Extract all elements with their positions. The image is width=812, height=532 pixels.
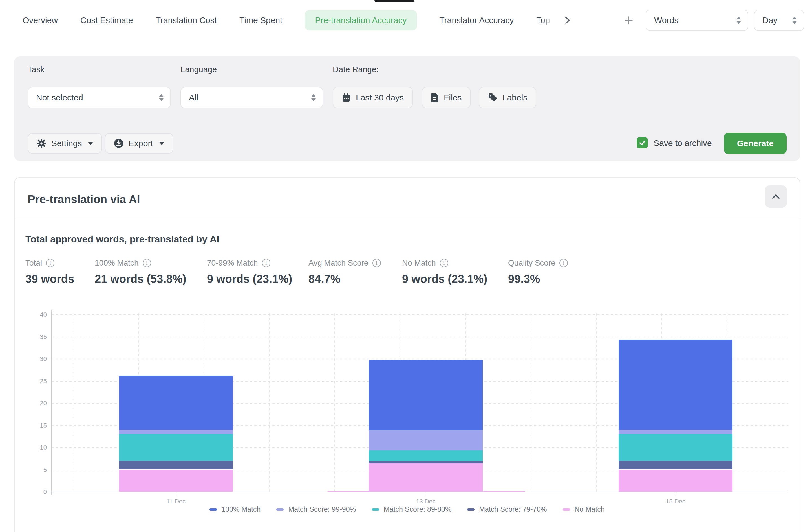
- legend-item-100-match[interactable]: 100% Match: [209, 505, 261, 513]
- v-gridline: [531, 311, 531, 492]
- settings-button[interactable]: Settings: [28, 133, 102, 154]
- x-axis-label: 15 Dec: [653, 498, 698, 505]
- bar-segment-match-score-89-80-[interactable]: [369, 450, 483, 461]
- date-range-button[interactable]: Last 30 days: [333, 87, 413, 108]
- bar-segment-100-match[interactable]: [619, 339, 733, 430]
- info-icon[interactable]: i: [373, 259, 381, 267]
- y-axis-label: 15: [30, 422, 47, 429]
- select-arrows-icon: [737, 17, 741, 24]
- chevron-right-icon[interactable]: [564, 16, 571, 24]
- select-arrows-icon: [311, 94, 316, 101]
- download-icon: [114, 139, 124, 148]
- labels-button[interactable]: Labels: [479, 87, 536, 108]
- tab-translation-cost[interactable]: Translation Cost: [156, 15, 217, 25]
- language-select-value: All: [189, 93, 306, 102]
- stat-total: Totali39 words: [25, 258, 74, 285]
- bar-segment-match-score-79-70-[interactable]: [619, 461, 733, 470]
- calendar-icon: [342, 93, 351, 102]
- y-axis-label: 25: [30, 378, 47, 385]
- v-gridline: [269, 311, 270, 492]
- chart-legend: 100% MatchMatch Score: 99-90%Match Score…: [15, 505, 800, 513]
- stat-label-text: 70-99% Match: [207, 258, 258, 268]
- unit-select[interactable]: Words: [646, 10, 748, 31]
- bar-segment-match-score-99-90-[interactable]: [119, 430, 233, 434]
- stat-label-text: Quality Score: [508, 258, 555, 268]
- bar-segment-match-score-99-90-[interactable]: [619, 430, 733, 434]
- x-axis-label: 13 Dec: [403, 498, 448, 505]
- language-label: Language: [180, 65, 217, 74]
- bar-segment-match-score-79-70-[interactable]: [119, 461, 233, 470]
- info-icon[interactable]: i: [143, 259, 151, 267]
- date-range-label: Date Range:: [333, 65, 379, 74]
- legend-item-no-match[interactable]: No Match: [563, 505, 605, 513]
- info-icon[interactable]: i: [46, 259, 54, 267]
- x-axis-tick: [426, 492, 426, 495]
- settings-button-label: Settings: [51, 139, 82, 148]
- stat-label-text: 100% Match: [95, 258, 139, 268]
- bar-segment-no-match[interactable]: [119, 470, 233, 492]
- h-gridline: [51, 337, 788, 337]
- date-range-value: Last 30 days: [356, 93, 404, 102]
- bar-segment-match-score-79-70-[interactable]: [369, 461, 483, 463]
- task-select[interactable]: Not selected: [28, 87, 171, 108]
- files-button[interactable]: Files: [422, 87, 470, 108]
- stat-value: 99.3%: [508, 272, 568, 285]
- files-button-label: Files: [444, 93, 462, 102]
- v-gridline: [334, 311, 335, 492]
- save-to-archive-checkbox[interactable]: [637, 137, 648, 149]
- legend-item-match-score-79-70-[interactable]: Match Score: 79-70%: [467, 505, 547, 513]
- tab-time-spent[interactable]: Time Spent: [240, 15, 282, 25]
- report-tabs: OverviewCost EstimateTranslation CostTim…: [23, 9, 804, 32]
- collapse-button[interactable]: [765, 185, 787, 208]
- export-button[interactable]: Export: [105, 133, 173, 154]
- tab-cost-estimate[interactable]: Cost Estimate: [81, 15, 133, 25]
- period-select[interactable]: Day: [754, 10, 804, 31]
- y-axis-label: 40: [30, 311, 47, 318]
- bar-segment-match-score-89-80-[interactable]: [119, 434, 233, 461]
- info-icon[interactable]: i: [440, 259, 448, 267]
- stat-label-text: Avg Match Score: [308, 258, 368, 268]
- save-to-archive-label: Save to archive: [654, 138, 712, 148]
- gear-icon: [37, 139, 46, 148]
- export-button-label: Export: [129, 139, 153, 148]
- chevron-up-icon: [772, 194, 780, 199]
- language-select[interactable]: All: [180, 87, 323, 108]
- info-icon[interactable]: i: [262, 259, 271, 267]
- bar-segment-no-match[interactable]: [483, 491, 525, 492]
- stat-70-99-match: 70-99% Matchi9 words (23.1%): [207, 258, 292, 285]
- caret-down-icon: [88, 142, 93, 145]
- y-axis-line: [51, 310, 52, 495]
- bar-segment-no-match[interactable]: [369, 463, 483, 492]
- legend-swatch: [209, 508, 217, 510]
- tab-overview[interactable]: Overview: [23, 15, 58, 25]
- generate-button[interactable]: Generate: [724, 132, 787, 154]
- period-select-value: Day: [763, 15, 787, 25]
- tab-top[interactable]: Top: [537, 15, 553, 25]
- bar-segment-match-score-99-90-[interactable]: [369, 430, 483, 450]
- legend-item-match-score-99-90-[interactable]: Match Score: 99-90%: [276, 505, 356, 513]
- filters-panel: Task Not selected Language All Date Rang…: [14, 56, 800, 161]
- tab-translator-accuracy[interactable]: Translator Accuracy: [439, 15, 514, 25]
- bar-segment-100-match[interactable]: [369, 360, 483, 430]
- stat-value: 21 words (53.8%): [95, 272, 186, 285]
- top-notch-decoration: [374, 0, 415, 2]
- stacked-bar-chart: 051015202530354011 Dec13 Dec15 Dec100% M…: [15, 307, 800, 532]
- add-tab-plus-icon[interactable]: [624, 16, 633, 25]
- y-axis-label: 35: [30, 333, 47, 341]
- info-icon[interactable]: i: [560, 259, 568, 267]
- task-label: Task: [28, 65, 45, 74]
- legend-label: Match Score: 89-80%: [384, 505, 451, 513]
- y-axis-label: 0: [30, 488, 47, 495]
- bar-segment-no-match[interactable]: [328, 491, 369, 492]
- x-axis-line: [47, 492, 788, 492]
- bar-segment-match-score-89-80-[interactable]: [619, 434, 733, 461]
- y-axis-label: 5: [30, 466, 47, 474]
- pre-translation-card: Pre-translation via AI Total approved wo…: [14, 177, 800, 532]
- legend-item-match-score-89-80-[interactable]: Match Score: 89-80%: [372, 505, 451, 513]
- task-select-value: Not selected: [36, 93, 154, 102]
- tab-pre-translation-accuracy[interactable]: Pre-translation Accuracy: [305, 10, 417, 30]
- stat-label: Quality Scorei: [508, 258, 568, 268]
- bar-segment-100-match[interactable]: [119, 376, 233, 430]
- legend-swatch: [276, 508, 284, 510]
- bar-segment-no-match[interactable]: [619, 470, 733, 492]
